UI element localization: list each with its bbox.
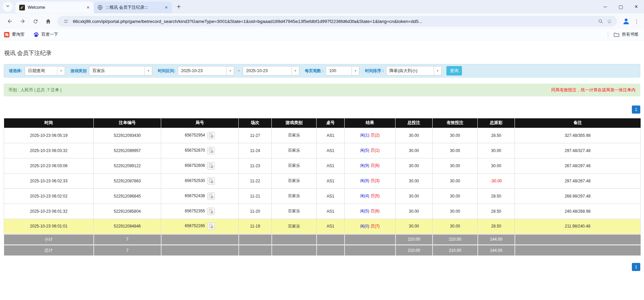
tab-close-icon[interactable]: ×	[85, 4, 91, 10]
table-no-cell: AS1	[317, 143, 345, 158]
payout-cell: 30.00	[478, 143, 515, 158]
game-type-select[interactable]: 百家乐 ▾	[89, 66, 152, 76]
game-type-cell: 百家乐	[272, 158, 317, 173]
date-to-select[interactable]: 2025-10-23 ▾	[243, 66, 299, 76]
time-cell: 2025-10-23 06:02:33	[4, 173, 94, 188]
payout-cell: 30.00	[478, 158, 515, 173]
page-1-button[interactable]: 1	[632, 106, 640, 114]
total-bet-cell[interactable]: 30.00	[396, 158, 433, 173]
round-cell: 656752530	[161, 173, 239, 188]
note-cell: 211.98/240.48	[515, 219, 641, 234]
new-tab-button[interactable]: +	[174, 2, 183, 11]
all-bookmarks-button[interactable]: 所有书签	[614, 32, 639, 37]
result-player: 闲(9)	[360, 163, 369, 168]
subtotal-valid-bet: 210.00	[433, 234, 478, 245]
dropdown-arrow-icon[interactable]: ▾	[226, 66, 234, 75]
forward-button[interactable]	[18, 16, 28, 26]
total-bet-cell[interactable]: 30.00	[396, 143, 433, 158]
tab-welcome[interactable]: Welcome ×	[16, 2, 94, 13]
page-size-value: 100	[326, 66, 351, 75]
video-record-icon[interactable]	[207, 177, 215, 185]
time-cell: 2025-10-23 06:03:32	[4, 143, 94, 158]
url-bar[interactable]: 66cxkj98.com/ipl/portal.php/game/betreco…	[57, 16, 617, 27]
video-record-icon[interactable]	[207, 162, 215, 170]
result-banker: 庄(6)	[371, 163, 380, 168]
browser-menu-icon[interactable]: ⋮	[633, 16, 641, 26]
valid-bet-cell: 30.00	[433, 143, 478, 158]
round-cell: 656752954	[161, 128, 239, 143]
date-from-select[interactable]: 2025-10-23 ▾	[178, 66, 234, 76]
round-number: 656752355	[185, 209, 205, 213]
game-type-label: 游戏类别	[70, 68, 87, 74]
game-type-value: 百家乐	[89, 66, 144, 75]
page-size-select[interactable]: 100 ▾	[326, 66, 359, 76]
close-button[interactable]: ×	[628, 0, 644, 13]
home-button[interactable]	[43, 16, 53, 26]
bet-id-cell: 522912086845	[94, 188, 161, 204]
site-info-icon[interactable]	[61, 17, 70, 26]
dropdown-arrow-icon[interactable]: ▾	[57, 66, 65, 75]
page-title: 视讯 会员下注纪录	[4, 49, 644, 57]
total-label: 总计	[4, 245, 94, 256]
search-button[interactable]: 查询	[446, 66, 462, 76]
table-no-cell: AS1	[317, 173, 345, 188]
game-type-cell: 百家乐	[272, 143, 317, 158]
total-bet-cell[interactable]: 30.00	[396, 173, 433, 188]
page-size-label: 每页笔数 :	[305, 68, 323, 74]
video-record-icon[interactable]	[207, 132, 215, 139]
zoom-page-icon[interactable]	[596, 17, 605, 26]
note-cell: 268.98/297.48	[515, 188, 641, 204]
bookmark-taobao[interactable]: 淘 爱淘宝	[4, 32, 25, 37]
dropdown-arrow-icon[interactable]: ▾	[434, 66, 441, 75]
column-header: 桌号	[317, 118, 345, 128]
table-row: 2025-10-23 06:01:32522912085804656752355…	[4, 204, 641, 219]
maximize-button[interactable]: ▢	[613, 0, 628, 13]
video-record-icon[interactable]	[207, 147, 215, 154]
subtotal-total-bet: 210.00	[396, 234, 433, 245]
total-bet-cell[interactable]: 30.00	[396, 204, 433, 219]
bookmark-baidu[interactable]: 百度一下	[33, 32, 58, 37]
total-bet-cell[interactable]: 30.00	[396, 219, 433, 234]
tab-search-button[interactable]	[3, 2, 13, 11]
total-total-bet: 210.00	[396, 245, 433, 256]
bookmark-star-icon[interactable]: ☆	[605, 17, 614, 26]
video-record-icon[interactable]	[207, 208, 215, 215]
dropdown-arrow-icon[interactable]: ▾	[144, 66, 152, 75]
reload-button[interactable]	[30, 16, 40, 26]
video-record-icon[interactable]	[207, 192, 215, 200]
time-cell: 2025-10-23 06:03:06	[4, 158, 94, 173]
note-cell: 297.48/327.48	[515, 143, 641, 158]
window-controls: ─ ▢ ×	[597, 0, 644, 13]
minimize-button[interactable]: ─	[597, 0, 613, 13]
game-type-cell: 百家乐	[272, 128, 317, 143]
table-row: 2025-10-23 06:01:01522912084846656752265…	[4, 219, 641, 234]
video-record-icon[interactable]	[207, 222, 215, 230]
chevron-down-icon	[5, 4, 10, 10]
table-row: 2025-10-23 06:03:32522912089957656752670…	[4, 143, 641, 158]
total-bet-cell[interactable]: 30.00	[396, 128, 433, 143]
back-button[interactable]	[5, 16, 15, 26]
table-no-cell: AS1	[317, 158, 345, 173]
query-type-select[interactable]: 日期查询 ▾	[25, 66, 65, 76]
note-cell: 327.48/355.98	[515, 128, 641, 143]
profile-avatar[interactable]	[621, 16, 631, 26]
page-1-button[interactable]: 1	[632, 263, 640, 271]
bet-records-table: 时间注单编号局号场次游戏类别桌号结果总投注有效投注总派彩备注 2025-10-2…	[4, 118, 641, 256]
table-header-row: 时间注单编号局号场次游戏类别桌号结果总投注有效投注总派彩备注	[4, 118, 641, 128]
total-bet-cell[interactable]: 30.00	[396, 188, 433, 204]
result-banker: 庄(1)	[371, 148, 380, 153]
tab-betrecord[interactable]: :::视讯 会员下注纪录::: ×	[94, 2, 172, 13]
column-header: 游戏类别	[272, 118, 317, 128]
table-no-cell: AS1	[317, 188, 345, 204]
tab-close-icon[interactable]: ×	[163, 4, 169, 10]
session-cell: 11-19	[239, 219, 272, 234]
round-number: 656752670	[185, 148, 205, 153]
dropdown-arrow-icon[interactable]: ▾	[351, 66, 359, 75]
sort-select[interactable]: 降幂(由大到小) ▾	[386, 66, 442, 76]
column-header: 局号	[161, 118, 239, 128]
result-cell: 闲(5)庄(8)	[345, 204, 396, 219]
bookmarks-divider	[608, 32, 608, 38]
round-number: 656752265	[185, 223, 205, 228]
table-no-cell: AS1	[317, 204, 345, 219]
dropdown-arrow-icon[interactable]: ▾	[291, 66, 299, 75]
